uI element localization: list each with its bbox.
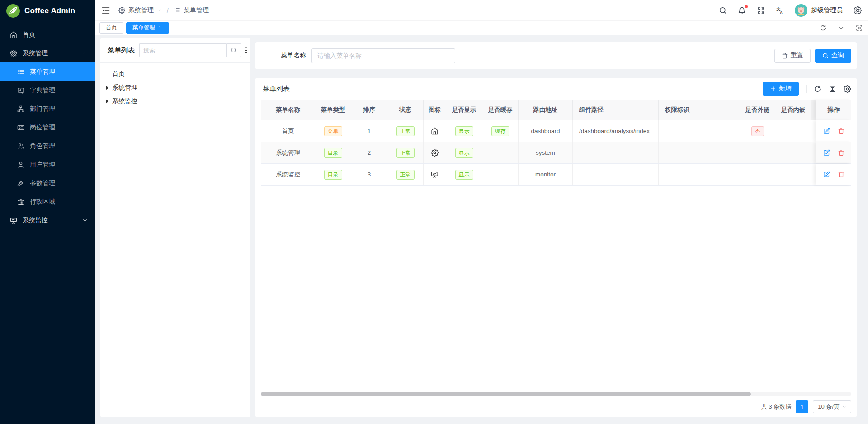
cell-cache: 缓存 [482,120,519,142]
translate-icon[interactable] [776,6,784,14]
cell-sort: 2 [351,142,387,163]
edit-icon[interactable] [823,128,830,134]
breadcrumb-section[interactable]: 系统管理 [128,6,154,14]
notifications-button[interactable] [738,6,746,14]
table-row[interactable]: 首页 菜单 1 正常 显示 缓存 dashboard /dashboard/an… [261,120,851,142]
tab-controls [814,21,868,35]
tree-panel-header: 菜单列表 [100,38,250,63]
tab-options-button[interactable] [832,21,850,35]
sidebar: Coffee Admin 首页 系统管理 菜单管理 字典管理 部门管理 岗位管理… [0,0,95,424]
table-row[interactable]: 系统管理 目录 2 正常 显示 system [261,142,851,164]
tree-item-system-monitor[interactable]: 系统监控 [100,95,250,108]
cell-menu-type: 目录 [315,164,351,185]
cell-component: /dashboard/analysis/index [573,120,659,142]
col-sort: 排序 [351,100,387,120]
delete-icon[interactable] [838,171,844,178]
tree-more-menu-icon[interactable] [245,47,247,53]
sidebar-item-department-management[interactable]: 部门管理 [0,100,95,118]
user-menu[interactable]: 超级管理员 [795,4,843,17]
page-number-button[interactable]: 1 [796,400,808,413]
maximize-content-button[interactable] [850,21,868,35]
visible-badge: 显示 [455,126,473,136]
sidebar-item-user-management[interactable]: 用户管理 [0,155,95,174]
table-row[interactable]: 系统监控 目录 3 正常 显示 monitor [261,164,851,186]
menu-fold-icon[interactable] [101,6,110,15]
tab-bar: 首页 菜单管理 [95,21,868,35]
tree-list: 首页 系统管理 系统监控 [100,63,250,113]
edit-icon[interactable] [823,149,830,156]
user-name: 超级管理员 [811,6,843,14]
delete-icon[interactable] [838,149,844,156]
toolbar-divider [806,85,807,93]
cell-embedded [775,120,811,142]
tree-search-button[interactable] [226,43,241,57]
search-icon[interactable] [719,6,727,14]
search-button[interactable]: 查询 [815,49,851,63]
sidebar-item-system-management[interactable]: 系统管理 [0,44,95,62]
action-divider [834,172,834,178]
col-menu-name: 菜单名称 [261,100,315,120]
filter-bar: 菜单名称 重置 查询 [255,42,857,69]
scrollbar-gutter [811,164,816,185]
fullscreen-icon[interactable] [757,6,765,14]
edit-icon[interactable] [823,171,830,178]
page-size-select[interactable]: 10 条/页 [813,400,851,413]
add-button[interactable]: 新增 [763,82,799,96]
breadcrumb-separator: / [167,7,169,14]
tab-menu-management[interactable]: 菜单管理 [126,22,169,34]
sidebar-item-system-monitor[interactable]: 系统监控 [0,211,95,229]
table-header-row: 菜单名称 菜单类型 排序 状态 图标 是否显示 是否缓存 路由地址 组件路径 权… [261,100,851,120]
caret-right-icon[interactable] [106,86,108,90]
cell-permission [659,120,740,142]
reset-button[interactable]: 重置 [774,49,811,63]
sidebar-item-role-management[interactable]: 角色管理 [0,137,95,155]
row-height-icon[interactable] [829,85,836,93]
sidebar-submenu-system: 菜单管理 字典管理 部门管理 岗位管理 角色管理 用户管理 参数管理 行政区域 [0,62,95,211]
tree-search-input[interactable] [139,43,226,57]
cell-permission [659,164,740,185]
app-logo[interactable]: Coffee Admin [0,0,95,22]
type-badge: 目录 [324,170,342,180]
refresh-icon[interactable] [814,85,821,93]
caret-right-icon[interactable] [106,99,108,104]
chevron-down-icon [82,218,88,223]
table-toolbar-actions: 新增 [763,82,851,96]
sidebar-item-menu-management[interactable]: 菜单管理 [0,62,95,81]
cell-status: 正常 [387,164,424,185]
delete-icon[interactable] [838,128,844,134]
sidebar-item-post-management[interactable]: 岗位管理 [0,118,95,137]
cell-visible: 显示 [446,164,482,185]
table-toolbar: 菜单列表 新增 [255,78,857,100]
tree-item-system-management[interactable]: 系统管理 [100,81,250,95]
roles-icon [17,143,24,150]
cell-embedded [775,142,811,163]
cell-cache [482,164,519,185]
tab-home[interactable]: 首页 [99,22,123,34]
user-icon [17,161,24,168]
cell-visible: 显示 [446,142,482,163]
column-settings-gear-icon[interactable] [844,85,851,93]
visible-badge: 显示 [455,148,473,158]
col-external-link: 是否外链 [740,100,775,120]
col-visible: 是否显示 [446,100,482,120]
sidebar-item-admin-region[interactable]: 行政区域 [0,192,95,211]
cell-external-link [740,164,775,185]
tree-item-home[interactable]: 首页 [100,67,250,81]
main-content: 菜单列表 首页 系统管理 系统监控 菜单名称 [95,36,868,424]
pagination: 共 3 条数据 1 10 条/页 [255,396,857,417]
cell-menu-name: 系统管理 [261,142,315,163]
gear-icon [118,7,125,14]
menu-name-input[interactable] [311,48,455,63]
settings-gear-icon[interactable] [854,6,862,14]
scrollbar-thumb[interactable] [261,392,751,396]
sidebar-item-parameter-management[interactable]: 参数管理 [0,174,95,192]
refresh-tab-button[interactable] [814,21,832,35]
close-icon[interactable] [159,26,163,30]
maximize-icon [856,24,863,31]
horizontal-scrollbar [261,392,851,396]
action-divider [834,150,834,156]
col-menu-type: 菜单类型 [315,100,351,120]
sidebar-item-home[interactable]: 首页 [0,25,95,44]
sidebar-item-dictionary-management[interactable]: 字典管理 [0,81,95,100]
cell-menu-type: 目录 [315,142,351,163]
